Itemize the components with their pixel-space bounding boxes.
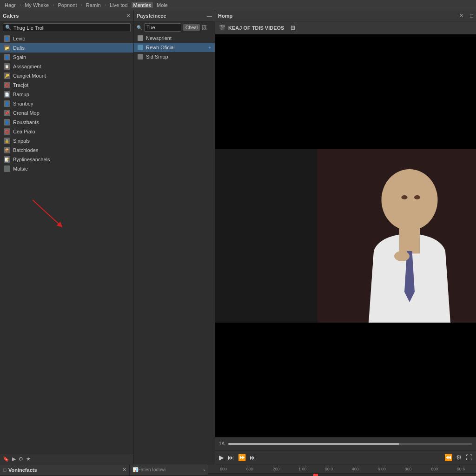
left-panel-title: Galers	[3, 13, 19, 19]
left-panel: Galers ✕ 🔍 Thug Lie Troll 👤 Levic 📁 Dafi…	[0, 10, 134, 464]
bamup-label: Bamup	[13, 92, 29, 97]
settings-icon[interactable]: ⚙	[19, 456, 23, 462]
main-layout: Galers ✕ 🔍 Thug Lie Troll 👤 Levic 📁 Dafi…	[0, 10, 476, 464]
gallery-item-bamup[interactable]: 📄 Bamup	[0, 90, 133, 99]
tracjot-label: Tracjot	[13, 82, 28, 88]
shanbey-label: Shanbey	[13, 101, 33, 106]
gallery-item-bylines[interactable]: 📝 Byplinesanchels	[0, 155, 133, 164]
timeline-arrow-icon[interactable]: ›	[203, 467, 205, 473]
cangict-icon: 🔑	[4, 73, 10, 79]
mid-icon-btn[interactable]: 🖼	[202, 25, 207, 30]
nav-item-ramin[interactable]: Ramin	[84, 2, 103, 8]
cheal-button[interactable]: Cheal	[183, 24, 200, 31]
tracjot-icon: ⭕	[4, 82, 10, 88]
timeline-label: Fatien Iodowi	[138, 467, 204, 472]
fast-forward-button[interactable]: ⏩	[238, 454, 246, 461]
timeline-icon: 📊	[132, 467, 138, 472]
svg-point-7	[394, 251, 410, 261]
crenal-label: Crenal Mop	[13, 110, 40, 116]
rewh-icon	[138, 45, 143, 50]
gallery-item-matsic[interactable]: 🎵 Matsic	[0, 164, 133, 173]
playhead-handle	[313, 474, 318, 476]
right-panel-header: Homp ✕ □	[215, 10, 476, 21]
video-progress-bar[interactable]	[228, 443, 472, 445]
mid-item-rewh[interactable]: Rewh Oficial +	[134, 43, 215, 52]
left-search-box[interactable]: 🔍 Thug Lie Troll	[3, 23, 131, 32]
gallery-item-sinpals[interactable]: 🔒 Sinpals	[0, 136, 133, 145]
bookmark-icon[interactable]: 🔖	[3, 456, 9, 462]
batchlodes-icon: 📦	[4, 147, 10, 153]
timeline-ruler: 600 600 200 1 00 60 0 400 6 00 800 600 6…	[208, 464, 476, 474]
gallery-item-roustbants[interactable]: 👤 Roustbants	[0, 118, 133, 127]
gallery-item-cangict[interactable]: 🔑 Cangict Mount	[0, 71, 133, 80]
video-settings-icon[interactable]: 🖼	[291, 25, 296, 31]
right-panel-expand[interactable]: □	[470, 13, 473, 19]
matsic-label: Matsic	[13, 166, 28, 172]
gallery-item-tracjot[interactable]: ⭕ Tracjot	[0, 80, 133, 90]
sinpals-icon: 🔒	[4, 138, 10, 144]
gallery-item-cea[interactable]: ⭕ Cea Pialo	[0, 127, 133, 136]
settings-button[interactable]: ⚙	[456, 454, 462, 461]
nav-item-mywheke[interactable]: My Wheke	[23, 2, 51, 8]
search-icon: 🔍	[5, 25, 12, 31]
nav-item-mole[interactable]: Mole	[155, 2, 170, 8]
nav-item-menties[interactable]: Menties	[132, 2, 153, 8]
ruler-200: 200	[263, 467, 290, 471]
ruler-600-3: 60 0	[316, 467, 342, 471]
left-panel-footer: 🔖 ▶ ⚙ ★	[0, 454, 133, 464]
ruler-600-1: 600	[210, 467, 237, 471]
voninefacts-icon: ◻	[3, 467, 7, 472]
gallery-item-levic[interactable]: 👤 Levic	[0, 34, 133, 43]
ruler-400: 400	[342, 467, 369, 471]
video-title: KEAJ OF TDIS VIDEOS	[228, 25, 284, 31]
svg-point-6	[414, 195, 420, 199]
star-icon[interactable]: ★	[26, 456, 31, 462]
nav-item-hagr[interactable]: Hagr	[3, 2, 18, 8]
left-search-input[interactable]: Thug Lie Troll	[13, 25, 128, 31]
left-panel-header: Galers ✕	[0, 10, 133, 21]
batchlodes-label: Batchlodes	[13, 147, 38, 153]
skip-forward-button[interactable]: ⏭	[228, 454, 234, 461]
roustbants-label: Roustbants	[13, 119, 39, 125]
ruler-600-5: 600	[421, 467, 448, 471]
bylines-icon: 📝	[4, 156, 10, 163]
right-panel-close[interactable]: ✕	[459, 13, 463, 19]
fullscreen-button[interactable]: ⛶	[466, 454, 472, 461]
video-toolbar: 1A	[215, 437, 476, 450]
voninefacts-close[interactable]: ✕	[122, 467, 126, 473]
mid-item-sld[interactable]: Sld Smop	[134, 52, 215, 61]
left-panel-close[interactable]: ✕	[126, 13, 131, 19]
svg-point-3	[382, 169, 438, 231]
timeline-playhead[interactable]	[315, 474, 316, 476]
voninefacts-header: ◻ Voninefacts ✕	[0, 464, 129, 476]
bamup-icon: 📄	[4, 91, 10, 98]
next-button[interactable]: ⏭	[250, 454, 256, 461]
gallery-item-asssagment[interactable]: 📋 Asssagment	[0, 62, 133, 71]
right-panel-title: Homp	[218, 13, 456, 19]
nav-sep-1: ›	[20, 2, 21, 7]
mid-panel-minimize[interactable]: —	[207, 13, 212, 19]
gallery-item-batchlodes[interactable]: 📦 Batchlodes	[0, 145, 133, 155]
nav-item-popnont[interactable]: Popnont	[56, 2, 79, 8]
mid-search-area: 🔍 Tue Cheal 🖼	[134, 21, 215, 33]
video-preview-area	[215, 34, 476, 437]
sgain-label: Sgain	[13, 54, 26, 60]
gallery-item-shanbey[interactable]: 👤 Shanbey	[0, 99, 133, 108]
voninefacts-title: Voninefacts	[8, 467, 120, 473]
right-panel: Homp ✕ □ 🎬 KEAJ OF TDIS VIDEOS 🖼	[215, 10, 476, 464]
play-button[interactable]: ▶	[219, 454, 224, 461]
gallery-item-dafis[interactable]: 📁 Dafis	[0, 43, 133, 53]
main-video-track	[208, 474, 476, 476]
mid-item-newsprient[interactable]: Newsprient	[134, 33, 215, 43]
levic-label: Levic	[13, 36, 25, 41]
mid-search-input[interactable]: Tue	[144, 23, 181, 32]
play-icon[interactable]: ▶	[12, 456, 16, 462]
dafis-label: Dafis	[13, 45, 25, 51]
svg-point-5	[401, 195, 407, 199]
rewind-button[interactable]: ⏪	[444, 454, 452, 461]
video-controls: ▶ ⏭ ⏩ ⏭ ⏪ ⚙ ⛶	[215, 450, 476, 464]
gallery-item-crenal[interactable]: 📌 Crenal Mop	[0, 108, 133, 118]
dafis-icon: 📁	[4, 45, 10, 51]
nav-item-livetod[interactable]: Live tod	[108, 2, 130, 8]
gallery-item-sgain[interactable]: 👤 Sgain	[0, 53, 133, 62]
